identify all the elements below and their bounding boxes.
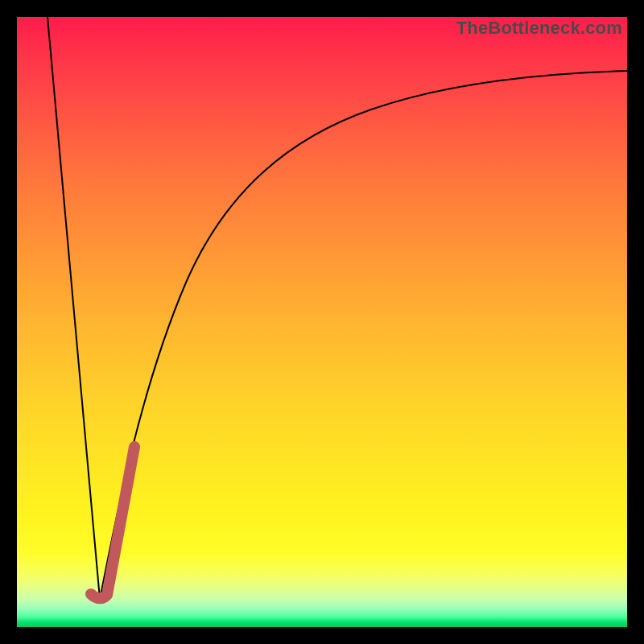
plot-area: TheBottleneck.com bbox=[17, 17, 627, 627]
chart-overlay bbox=[17, 17, 627, 627]
bottleneck-curve-right bbox=[100, 71, 627, 599]
bottleneck-curve-left bbox=[47, 17, 100, 599]
